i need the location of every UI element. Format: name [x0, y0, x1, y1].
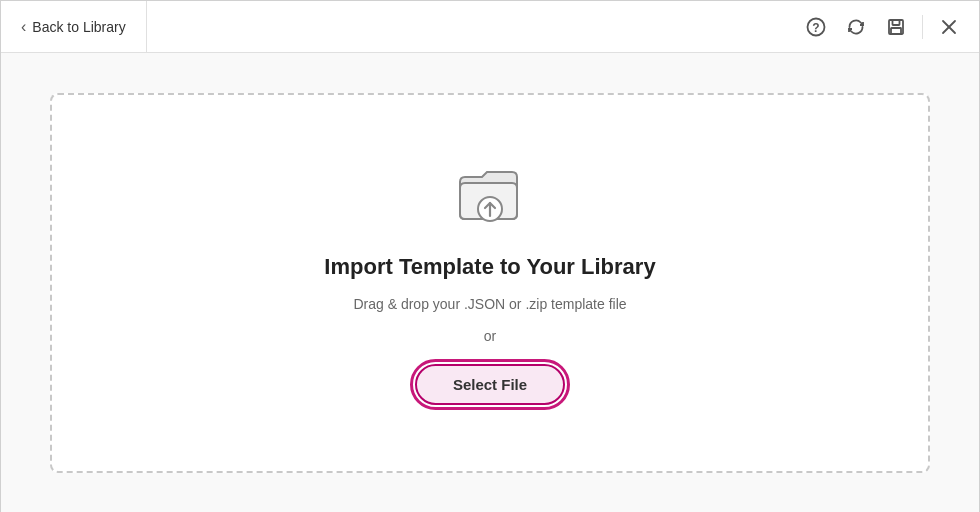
select-file-button[interactable]: Select File — [415, 364, 565, 405]
toolbar-right: ? — [798, 9, 967, 45]
upload-icon-wrapper — [454, 162, 526, 230]
svg-rect-3 — [893, 20, 900, 25]
save-icon — [886, 17, 906, 37]
close-button[interactable] — [931, 9, 967, 45]
import-subtitle: Drag & drop your .JSON or .zip template … — [353, 296, 626, 312]
svg-rect-4 — [891, 28, 901, 34]
close-icon — [940, 18, 958, 36]
or-text: or — [484, 328, 496, 344]
toolbar: ‹ Back to Library ? — [1, 1, 979, 53]
drop-zone[interactable]: Import Template to Your Library Drag & d… — [50, 93, 930, 473]
main-content: Import Template to Your Library Drag & d… — [1, 53, 979, 512]
back-button-label: Back to Library — [32, 19, 125, 35]
save-button[interactable] — [878, 9, 914, 45]
back-to-library-button[interactable]: ‹ Back to Library — [1, 1, 147, 52]
refresh-button[interactable] — [838, 9, 874, 45]
folder-upload-icon — [454, 162, 526, 226]
toolbar-divider — [922, 15, 923, 39]
app-container: ‹ Back to Library ? — [0, 0, 980, 512]
help-icon: ? — [806, 17, 826, 37]
back-chevron-icon: ‹ — [21, 18, 26, 36]
toolbar-left: ‹ Back to Library — [1, 1, 147, 52]
svg-text:?: ? — [812, 21, 819, 35]
help-button[interactable]: ? — [798, 9, 834, 45]
select-file-label: Select File — [453, 376, 527, 393]
import-title: Import Template to Your Library — [324, 254, 655, 280]
refresh-icon — [846, 17, 866, 37]
